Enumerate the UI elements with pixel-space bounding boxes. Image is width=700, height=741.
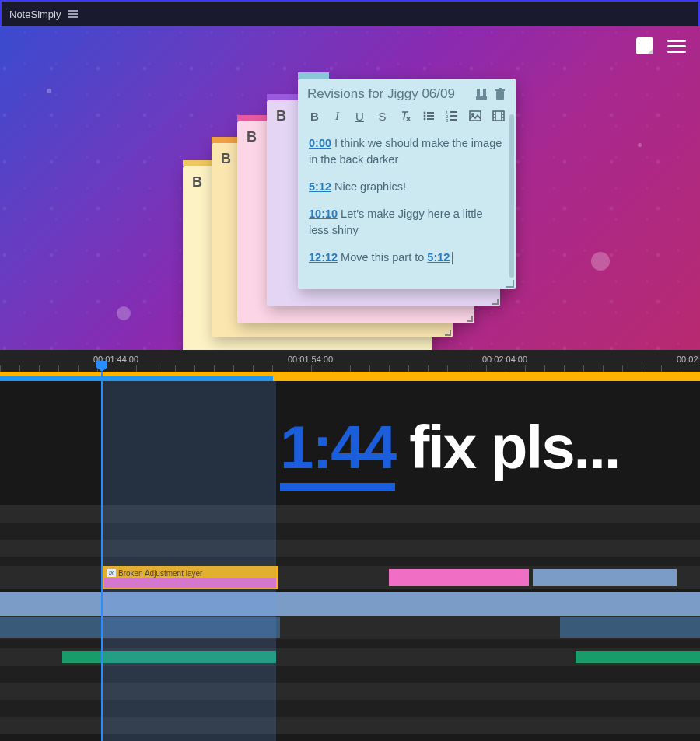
- svg-rect-16: [450, 115, 457, 117]
- svg-point-7: [424, 115, 426, 117]
- svg-rect-2: [476, 96, 487, 100]
- text-cursor: [452, 252, 453, 264]
- overlay-message: fix pls...: [409, 413, 619, 481]
- note-body[interactable]: 0:00 I think we should make the image in…: [298, 129, 516, 289]
- svg-rect-10: [427, 115, 434, 117]
- note-format-toolbar: B I U S 123: [298, 107, 516, 129]
- pin-icon[interactable]: [475, 88, 488, 100]
- clip-blue-full[interactable]: [0, 592, 700, 616]
- panel-menu-icon[interactable]: [667, 40, 686, 53]
- clip-blue[interactable]: [533, 569, 677, 586]
- clip-pink[interactable]: [389, 569, 529, 586]
- ruler-label: 00:01:54:00: [288, 355, 333, 364]
- timestamp-link[interactable]: 0:00: [309, 137, 331, 149]
- clip-label: Broken Adjustment layer: [118, 569, 202, 578]
- preview-panel: B B B B Revisions for Jiggy 06/09 B I U …: [0, 26, 700, 350]
- app-titlebar: NoteSimply: [0, 0, 700, 26]
- svg-rect-0: [477, 89, 480, 96]
- bullet-list-icon[interactable]: [422, 110, 435, 123]
- app-title: NoteSimply: [9, 9, 61, 20]
- note-header: Revisions for Jiggy 06/09: [298, 79, 516, 107]
- svg-text:3: 3: [446, 118, 449, 122]
- svg-rect-20: [493, 111, 504, 121]
- bold-icon: B: [276, 108, 286, 124]
- svg-rect-17: [450, 119, 457, 121]
- clear-format-icon[interactable]: [399, 110, 411, 123]
- preview-toolbar: [636, 37, 686, 54]
- resize-handle-icon[interactable]: [505, 278, 514, 288]
- timestamp-link[interactable]: 5:12: [309, 180, 331, 193]
- svg-point-6: [424, 112, 426, 114]
- timestamp-link[interactable]: 12:12: [309, 251, 338, 264]
- clip-selected[interactable]: fxBroken Adjustment layer: [103, 566, 278, 589]
- svg-rect-11: [427, 118, 434, 120]
- trash-icon[interactable]: [494, 88, 506, 100]
- bold-icon: B: [192, 174, 202, 190]
- timestamp-link[interactable]: 5:12: [427, 251, 450, 264]
- svg-rect-18: [470, 111, 481, 121]
- svg-rect-9: [427, 112, 434, 114]
- svg-point-8: [424, 118, 426, 121]
- italic-icon[interactable]: I: [331, 110, 343, 123]
- active-sticky-note[interactable]: Revisions for Jiggy 06/09 B I U S 123 0:…: [298, 79, 516, 289]
- svg-rect-5: [499, 88, 502, 89]
- underline-icon[interactable]: U: [354, 110, 366, 123]
- overlay-annotation: 1:44fix pls...: [280, 412, 620, 483]
- svg-rect-3: [496, 91, 504, 100]
- clip-darkblue[interactable]: [560, 617, 700, 638]
- app-menu-icon[interactable]: [68, 10, 78, 18]
- overlay-timecode: 1:44: [280, 413, 395, 491]
- bold-icon: B: [247, 129, 257, 145]
- numbered-list-icon[interactable]: 123: [446, 110, 458, 123]
- note-title[interactable]: Revisions for Jiggy 06/09: [307, 86, 469, 102]
- playhead[interactable]: [101, 372, 103, 741]
- timestamp-link[interactable]: 10:10: [309, 208, 338, 220]
- timeline-panel: 00:01:44:00 00:01:54:00 00:02:04:00 00:0…: [0, 350, 700, 741]
- ruler-label: 00:02:04:00: [482, 355, 527, 364]
- bold-icon[interactable]: B: [309, 110, 320, 123]
- new-note-icon[interactable]: [636, 37, 653, 54]
- svg-rect-1: [483, 89, 486, 96]
- strikethrough-icon[interactable]: S: [376, 110, 388, 123]
- video-icon[interactable]: [492, 110, 505, 123]
- image-icon[interactable]: [469, 110, 481, 123]
- clip-darkblue[interactable]: [0, 617, 280, 638]
- bold-icon: B: [221, 151, 231, 167]
- ruler-label: 00:02:: [677, 355, 700, 364]
- clip-green[interactable]: [62, 651, 276, 663]
- svg-rect-4: [495, 89, 505, 91]
- fx-badge: fx: [107, 569, 116, 577]
- svg-rect-15: [450, 111, 457, 113]
- clip-green[interactable]: [576, 651, 700, 663]
